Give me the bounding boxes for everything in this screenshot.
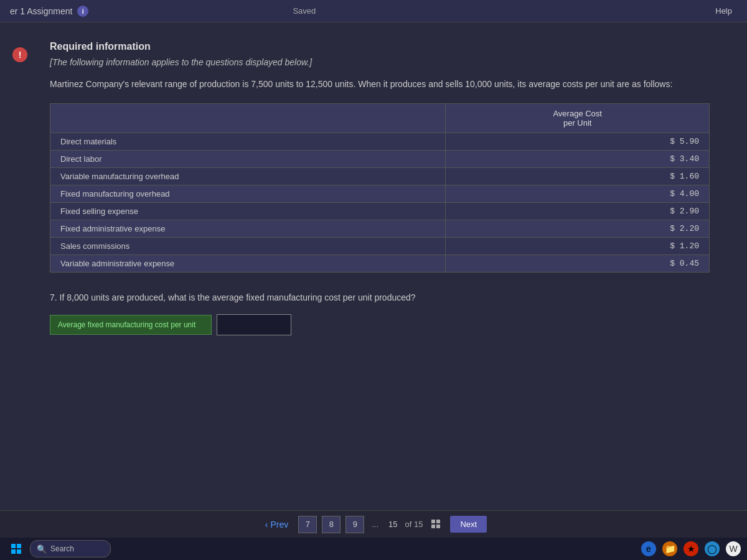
required-info-title: Required information [50, 41, 710, 52]
help-button[interactable]: Help [710, 4, 737, 18]
taskbar: ‹ Prev 7 8 9 ... 15 of 15 Next 🔍 Search [0, 510, 747, 560]
cost-item-label: Sales commissions [50, 238, 446, 255]
page-dots: ... [369, 520, 381, 529]
nav-row: ‹ Prev 7 8 9 ... 15 of 15 Next [0, 511, 747, 538]
cost-item-value: $ 1.20 [446, 238, 710, 255]
next-button[interactable]: Next [450, 516, 487, 533]
table-header-avg-cost: Average Costper Unit [446, 104, 710, 133]
alert-icon: ! [12, 47, 27, 62]
taskbar-app-3[interactable]: ★ [682, 540, 700, 558]
grid-view-icon[interactable] [428, 516, 445, 533]
svg-rect-1 [436, 520, 440, 523]
cost-item-label: Fixed manufacturing overhead [50, 185, 446, 203]
system-taskbar: 🔍 Search e 📁 ★ ◯ W [0, 538, 747, 560]
chrome-icon: ◯ [705, 541, 720, 556]
search-icon: 🔍 [37, 544, 47, 554]
taskbar-icons-area: e 📁 ★ ◯ W [640, 540, 742, 558]
input-row: Average fixed manufacturing cost per uni… [50, 314, 710, 335]
taskbar-app-1[interactable]: e [640, 540, 657, 558]
cost-item-label: Direct materials [50, 133, 446, 151]
windows-logo-icon [11, 544, 21, 554]
main-content: ! Required information [The following in… [0, 22, 747, 510]
cost-table: Average Costper Unit Direct materials$ 5… [50, 103, 710, 273]
taskbar-app-5[interactable]: W [725, 540, 742, 558]
edge-icon: e [641, 541, 656, 556]
cost-item-value: $ 1.60 [446, 168, 710, 185]
table-row: Variable manufacturing overhead$ 1.60 [50, 168, 710, 185]
app-icon-red: ★ [684, 541, 698, 556]
word-icon: W [726, 541, 741, 556]
current-page-number: 15 [386, 520, 400, 529]
folder-icon: 📁 [662, 541, 677, 556]
info-subtitle: [The following information applies to th… [50, 57, 710, 67]
manufacturing-cost-input[interactable] [217, 314, 291, 335]
top-bar: er 1 Assignment i Saved Help [0, 0, 747, 22]
prev-button[interactable]: ‹ Prev [260, 517, 293, 532]
table-row: Sales commissions$ 1.20 [50, 238, 710, 255]
search-label: Search [50, 544, 74, 553]
table-row: Variable administrative expense$ 0.45 [50, 255, 710, 273]
table-row: Fixed manufacturing overhead$ 4.00 [50, 185, 710, 203]
page-button-7[interactable]: 7 [298, 516, 317, 533]
cost-item-value: $ 2.90 [446, 203, 710, 220]
search-bar[interactable]: 🔍 Search [30, 540, 111, 558]
cost-item-label: Variable administrative expense [50, 255, 446, 273]
cost-item-label: Fixed administrative expense [50, 220, 446, 238]
taskbar-app-4[interactable]: ◯ [703, 540, 721, 558]
cost-item-value: $ 0.45 [446, 255, 710, 273]
cost-item-value: $ 4.00 [446, 185, 710, 203]
cost-item-value: $ 3.40 [446, 151, 710, 168]
table-row: Fixed administrative expense$ 2.20 [50, 220, 710, 238]
assignment-title: er 1 Assignment [10, 6, 72, 16]
assignment-title-area: er 1 Assignment i Saved [10, 6, 316, 17]
taskbar-app-2[interactable]: 📁 [661, 540, 679, 558]
table-row: Direct labor$ 3.40 [50, 151, 710, 168]
saved-status: Saved [293, 6, 316, 16]
svg-rect-0 [431, 520, 435, 523]
table-row: Direct materials$ 5.90 [50, 133, 710, 151]
svg-rect-2 [431, 525, 435, 528]
page-button-9[interactable]: 9 [345, 516, 364, 533]
svg-rect-3 [436, 525, 440, 528]
page-button-8[interactable]: 8 [322, 516, 341, 533]
table-row: Fixed selling expense$ 2.90 [50, 203, 710, 220]
cost-item-label: Fixed selling expense [50, 203, 446, 220]
cost-item-label: Variable manufacturing overhead [50, 168, 446, 185]
of-pages-text: of 15 [405, 520, 423, 529]
cost-item-value: $ 5.90 [446, 133, 710, 151]
info-icon[interactable]: i [77, 6, 88, 17]
description-text: Martinez Company's relevant range of pro… [50, 77, 710, 91]
question-text: 7. If 8,000 units are produced, what is … [50, 291, 710, 304]
input-label: Average fixed manufacturing cost per uni… [50, 315, 212, 335]
cost-item-label: Direct labor [50, 151, 446, 168]
table-header-label [50, 104, 446, 133]
cost-item-value: $ 2.20 [446, 220, 710, 238]
chevron-left-icon: ‹ [265, 520, 268, 530]
windows-start-button[interactable] [5, 538, 27, 560]
